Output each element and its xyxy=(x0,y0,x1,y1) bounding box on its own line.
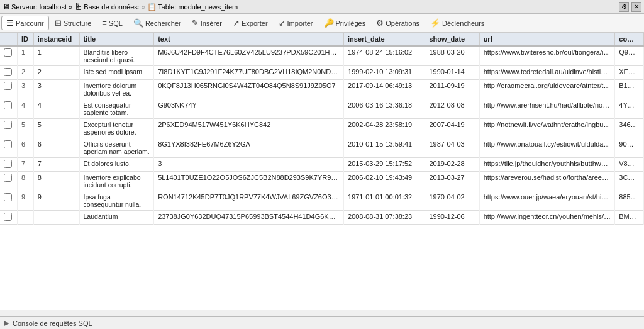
cell-id-8: 9 xyxy=(17,191,33,211)
nav-btn-exporter[interactable]: ↗Exporter xyxy=(228,16,273,30)
cell-id-2: 3 xyxy=(17,80,33,99)
row-checkbox-0[interactable] xyxy=(0,46,17,66)
cell-insert-date-8: 1971-01-01 00:01:32 xyxy=(344,191,425,211)
row-checkbox-3[interactable] xyxy=(0,99,17,119)
cell-id-1: 2 xyxy=(17,66,33,80)
checkbox-input-8[interactable] xyxy=(4,193,12,201)
cell-id-7: 8 xyxy=(17,172,33,191)
cell-show-date-6: 2019-02-28 xyxy=(425,158,479,172)
cell-show-date-7: 2013-03-27 xyxy=(425,172,479,191)
nav-btn-parcourir[interactable]: ☰Parcourir xyxy=(1,16,49,30)
close-button[interactable]: ✕ xyxy=(631,2,641,12)
cell-url-5: http://www.onatouall.cy/estiowit/uldulda… xyxy=(479,138,615,158)
cell-title-0: Blanditiis libero nesciunt et quasi. xyxy=(79,46,154,66)
table-row: 3 3 Inventore dolorum doloribus vel ea. … xyxy=(0,80,644,99)
nav-btn-importer[interactable]: ↙Importer xyxy=(274,16,318,30)
sql-nav-icon: ≡ xyxy=(102,18,107,28)
cell-text-4: 2P6XED94M517W451Y6K6HYC842 xyxy=(154,119,344,138)
table-row: 2 2 Iste sed modi ipsam. 7I8D1KYE1C9J291… xyxy=(0,66,644,80)
cell-title-4: Excepturi tenetur asperiores dolore. xyxy=(79,119,154,138)
cell-show-date-9: 1990-12-06 xyxy=(425,211,479,225)
cell-show-date-1: 1990-01-14 xyxy=(425,66,479,80)
cell-instanceid-5: 6 xyxy=(33,138,79,158)
cell-id-4: 5 xyxy=(17,119,33,138)
checkbox-input-7[interactable] xyxy=(4,174,12,182)
cell-instanceid-3: 4 xyxy=(33,99,79,119)
exporter-nav-icon: ↗ xyxy=(233,18,240,28)
row-checkbox-5[interactable] xyxy=(0,138,17,158)
table-row: 1 1 Blanditiis libero nesciunt et quasi.… xyxy=(0,46,644,66)
col-header-title: title xyxy=(79,33,154,46)
cell-title-5: Officiis deserunt aperiam nam aperiam. xyxy=(79,138,154,158)
table-row: 4 4 Est consequatur sapiente totam. G903… xyxy=(0,99,644,119)
row-checkbox-1[interactable] xyxy=(0,66,17,80)
row-checkbox-6[interactable] xyxy=(0,158,17,172)
cell-show-date-8: 1970-04-02 xyxy=(425,191,479,211)
nav-btn-operations[interactable]: ⚙Opérations xyxy=(371,16,425,30)
db-icon: 🗄 xyxy=(75,3,82,11)
row-checkbox-7[interactable] xyxy=(0,172,17,191)
table-icon: 📋 xyxy=(147,3,157,11)
settings-button[interactable]: ⚙ xyxy=(619,2,629,12)
table-label: Table: module_news_item xyxy=(158,3,238,11)
row-checkbox-2[interactable] xyxy=(0,80,17,99)
nav-btn-structure[interactable]: ⊞Structure xyxy=(50,16,97,30)
structure-nav-icon: ⊞ xyxy=(55,18,62,28)
rechercher-nav-label: Rechercher xyxy=(145,20,181,27)
cell-text-5: 8G1YX8I382FE67M6Z6Y2GA xyxy=(154,138,344,158)
checkbox-input-4[interactable] xyxy=(4,121,12,129)
operations-nav-icon: ⚙ xyxy=(376,18,384,28)
cell-url-1: https://www.tedretedall.au/uldinve/histi… xyxy=(479,66,615,80)
cell-text-0: M6J6U42FD9F4CTE76L60ZV425LU9237PDX59C201… xyxy=(154,46,344,66)
col-header-url: url xyxy=(479,33,615,46)
cell-insert-date-0: 1974-08-24 15:16:02 xyxy=(344,46,425,66)
cell-instanceid-6: 7 xyxy=(33,158,79,172)
parcourir-nav-label: Parcourir xyxy=(16,20,44,27)
nav-btn-inserer[interactable]: ✎Insérer xyxy=(187,16,227,30)
checkbox-input-2[interactable] xyxy=(4,82,12,90)
operations-nav-label: Opérations xyxy=(386,20,419,27)
table-header-row: ID instanceid title text insert_date sho… xyxy=(0,33,644,46)
row-checkbox-8[interactable] xyxy=(0,191,17,211)
cell-co-0: Q9… xyxy=(615,46,644,66)
cell-instanceid-2: 3 xyxy=(33,80,79,99)
nav-btn-declencheurs[interactable]: ⚡Déclencheurs xyxy=(425,16,489,30)
nav-btn-sql[interactable]: ≡SQL xyxy=(97,16,128,30)
cell-show-date-4: 2007-04-19 xyxy=(425,119,479,138)
cell-id-5: 6 xyxy=(17,138,33,158)
row-checkbox-9[interactable] xyxy=(0,211,17,225)
cell-co-1: XE… xyxy=(615,66,644,80)
cell-co-4: 346… xyxy=(615,119,644,138)
nav-btn-rechercher[interactable]: 🔍Rechercher xyxy=(128,16,186,30)
declencheurs-nav-label: Déclencheurs xyxy=(442,20,484,27)
cell-co-6: V8… xyxy=(615,158,644,172)
data-table: ID instanceid title text insert_date sho… xyxy=(0,33,644,225)
checkbox-input-3[interactable] xyxy=(4,101,12,109)
checkbox-input-6[interactable] xyxy=(4,160,12,168)
checkbox-input-9[interactable] xyxy=(4,213,12,221)
col-header-text: text xyxy=(154,33,344,46)
cell-instanceid-8: 9 xyxy=(33,191,79,211)
cell-title-6: Et dolores iusto. xyxy=(79,158,154,172)
cell-insert-date-5: 2010-01-15 13:59:41 xyxy=(344,138,425,158)
row-checkbox-4[interactable] xyxy=(0,119,17,138)
cell-instanceid-1: 2 xyxy=(33,66,79,80)
cell-id-9 xyxy=(17,211,33,225)
table-row: Laudantium 23738JG0Y632DUQ47315P65993BST… xyxy=(0,211,644,225)
col-header-id: ID xyxy=(17,33,33,46)
top-bar: 🖥 Serveur: localhost » 🗄 Base de données… xyxy=(0,0,644,14)
table-row: 6 6 Officiis deserunt aperiam nam aperia… xyxy=(0,138,644,158)
table-container[interactable]: ID instanceid title text insert_date sho… xyxy=(0,33,644,310)
checkbox-input-5[interactable] xyxy=(4,140,12,148)
checkbox-input-0[interactable] xyxy=(4,48,12,57)
privileges-nav-icon: 🔑 xyxy=(324,18,334,28)
sql-nav-label: SQL xyxy=(109,20,123,27)
cell-show-date-0: 1988-03-20 xyxy=(425,46,479,66)
cell-insert-date-1: 1999-02-10 13:09:31 xyxy=(344,66,425,80)
cell-text-8: RON14712K45DP7T0JQ1RPV77K4WJVAL69ZGVZ6O3… xyxy=(154,191,344,211)
rechercher-nav-icon: 🔍 xyxy=(133,18,143,28)
cell-insert-date-6: 2015-03-29 15:17:52 xyxy=(344,158,425,172)
checkbox-input-1[interactable] xyxy=(4,68,12,76)
cell-title-3: Est consequatur sapiente totam. xyxy=(79,99,154,119)
nav-btn-privileges[interactable]: 🔑Privilèges xyxy=(319,16,371,30)
